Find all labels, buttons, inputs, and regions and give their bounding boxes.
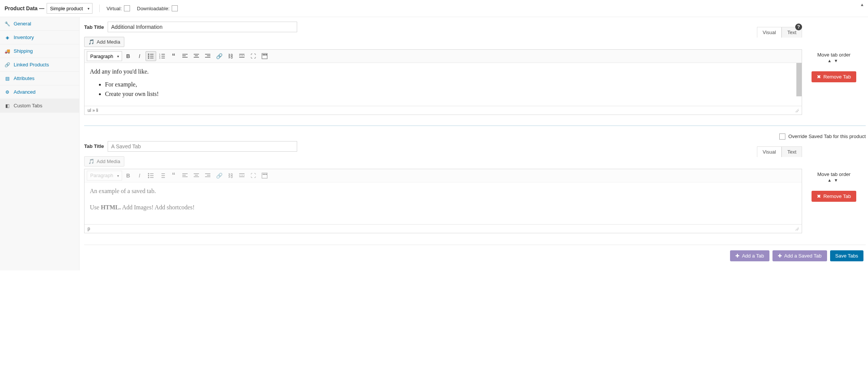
footer-divider [84,245,866,245]
move-tab-order-label: Move tab order [817,171,850,177]
sidebar-item-inventory[interactable]: ◈ Inventory [0,31,79,44]
numbered-list-button[interactable]: 123 [157,51,168,61]
virtual-checkbox[interactable] [124,5,130,11]
align-left-button[interactable] [180,51,190,61]
remove-tab-button[interactable]: ✖ Remove Tab [812,191,856,202]
blockquote-button: “ [168,171,179,181]
editor-tab-text[interactable]: Text [782,146,802,157]
sidebar-item-label: Custom Tabs [14,103,42,108]
format-select[interactable]: Paragraph [87,51,122,61]
custom-tabs-panel: Tab Title ? 🎵 Add Media VisualText [80,17,868,270]
italic-button: I [134,171,145,181]
scrollbar-thumb[interactable] [796,63,802,96]
add-saved-tab-button[interactable]: ✚ Add a Saved Tab [772,250,827,261]
align-center-button[interactable] [191,51,202,61]
svg-point-32 [148,177,149,178]
align-right-button[interactable] [202,51,213,61]
tab-divider [84,126,866,126]
move-tab-order-label: Move tab order [817,52,850,58]
editor-path: p [88,226,90,231]
sidebar-item-general[interactable]: 🔧 General [0,17,79,31]
resize-grip-icon[interactable] [794,226,799,231]
x-icon: ✖ [817,74,821,80]
editor-content[interactable]: Add any info you'd like. For example, Cr… [85,63,802,106]
editor-tab-visual[interactable]: Visual [757,146,782,157]
content-list-item: For example, [105,80,796,90]
svg-rect-50 [263,174,264,175]
sidebar-item-attributes[interactable]: ▤ Attributes [0,72,79,85]
sidebar-item-label: Shipping [14,48,33,54]
content-list-item: Create your own lists! [105,89,796,99]
fullscreen-button[interactable]: ⛶ [248,51,259,61]
override-saved-tab-checkbox[interactable] [779,134,785,140]
sidebar-item-linked-products[interactable]: 🔗 Linked Products [0,58,79,72]
tab-title-input[interactable] [108,22,297,32]
override-saved-tab-label: Override Saved Tab for this product [788,134,866,139]
editor-toolbar: Paragraph B I 123 “ [85,50,802,63]
remove-link-button[interactable]: ⛓ [225,51,236,61]
move-tab-down-button[interactable]: ▼ [834,178,840,182]
svg-point-30 [148,175,149,176]
insert-link-button[interactable]: 🔗 [214,51,224,61]
wysiwyg-editor: Paragraph B I 123 “ [84,49,802,115]
save-tabs-button[interactable]: Save Tabs [830,250,863,261]
link-icon: 🔗 [5,62,10,68]
separator [99,5,100,12]
insert-more-button[interactable] [237,51,247,61]
bullet-list-button[interactable] [146,51,156,61]
sidebar-item-label: Linked Products [14,62,49,68]
remove-tab-button[interactable]: ✖ Remove Tab [812,71,856,82]
insert-more-button [237,171,247,181]
fullscreen-button: ⛶ [248,171,259,181]
sidebar-item-shipping[interactable]: 🚚 Shipping [0,44,79,58]
product-type-select[interactable]: Simple product [47,3,92,14]
content-text: Use HTML. Add Images! Add shortcodes! [90,203,796,212]
sidebar-item-advanced[interactable]: ⚙ Advanced [0,85,79,99]
truck-icon: 🚚 [5,49,10,54]
add-media-button[interactable]: 🎵 Add Media [84,37,124,47]
bold-button: B [123,171,133,181]
bold-button[interactable]: B [123,51,133,61]
sidebar-item-label: Advanced [14,89,36,95]
custom-tab-block-2: Tab Title 🎵 Add Media VisualText [84,141,866,233]
code-icon: ◧ [5,103,10,108]
svg-point-28 [148,173,149,174]
panel-collapse-caret[interactable]: ▲ [860,2,864,7]
move-tab-down-button[interactable]: ▼ [834,58,840,63]
editor-tab-visual[interactable]: Visual [757,27,782,38]
svg-rect-27 [266,54,267,55]
plus-icon: ✚ [735,253,740,259]
downloadable-label: Downloadable: [137,6,169,11]
toolbar-toggle-button [259,171,270,181]
svg-point-2 [148,56,149,57]
media-icon: 🎵 [88,39,94,45]
svg-text:3: 3 [159,57,160,59]
svg-rect-51 [264,174,265,175]
virtual-label: Virtual: [107,6,122,11]
add-media-button: 🎵 Add Media [84,156,124,167]
gear-icon: ⚙ [5,90,10,95]
editor-path: ul » li [88,108,98,113]
sidebar-item-custom-tabs[interactable]: ◧ Custom Tabs [0,99,79,113]
align-left-button [180,171,190,181]
italic-button[interactable]: I [134,51,145,61]
move-tab-up-button[interactable]: ▲ [827,178,834,182]
move-tab-up-button[interactable]: ▲ [827,58,834,63]
list-icon: ▤ [5,76,10,81]
help-icon[interactable]: ? [795,24,802,30]
toolbar-toggle-button[interactable] [259,51,270,61]
content-text: Add any info you'd like. [90,67,796,77]
blockquote-button[interactable]: “ [168,51,179,61]
resize-grip-icon[interactable] [794,108,799,112]
editor-content: An example of a saved tab. Use HTML. Add… [85,182,802,224]
align-center-button [191,171,202,181]
panel-title: Product Data — [5,5,44,11]
tab-title-label: Tab Title [84,24,104,30]
add-tab-button[interactable]: ✚ Add a Tab [730,250,769,261]
sidebar-item-label: Inventory [14,35,34,40]
product-data-sidebar: 🔧 General ◈ Inventory 🚚 Shipping 🔗 Linke… [0,17,80,270]
format-select: Paragraph [87,171,122,181]
product-data-header: Product Data — Simple product Virtual: D… [0,0,868,17]
downloadable-checkbox[interactable] [172,5,178,11]
wysiwyg-editor: Paragraph B I “ 🔗 ⛓ ⛶ [84,169,802,233]
